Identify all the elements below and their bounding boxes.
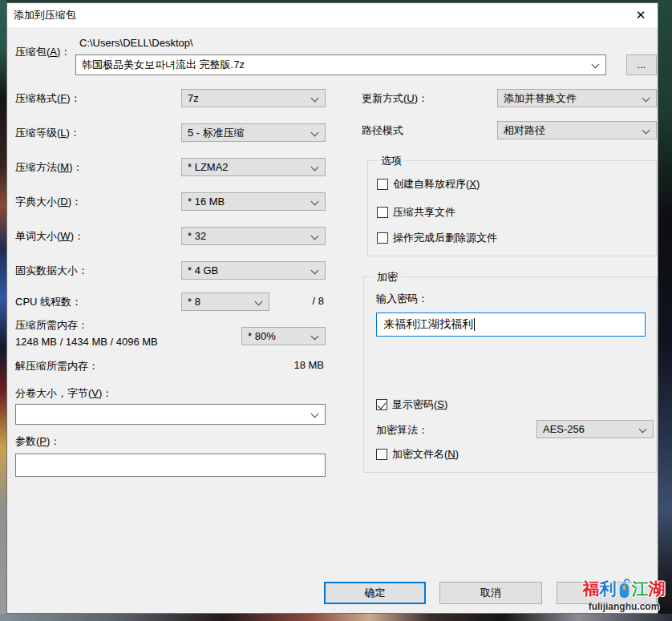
- chevron-down-icon[interactable]: [592, 61, 600, 69]
- browse-button[interactable]: ...: [626, 54, 657, 75]
- archive-path: C:\Users\DELL\Desktop\: [79, 37, 193, 49]
- chevron-down-icon[interactable]: [311, 333, 319, 341]
- logo-char: 利: [600, 579, 617, 599]
- chevron-down-icon[interactable]: [311, 410, 319, 418]
- chevron-down-icon[interactable]: [642, 127, 650, 135]
- archive-label: 压缩包(A)：: [15, 45, 71, 59]
- solid-block-combobox[interactable]: * 4 GB: [181, 261, 326, 280]
- chevron-down-icon[interactable]: [311, 129, 319, 137]
- chevron-down-icon[interactable]: [311, 267, 319, 275]
- path-mode-combobox[interactable]: 相对路径: [497, 121, 657, 139]
- format-label: 压缩格式(F)：: [15, 91, 81, 106]
- create-sfx-checkbox[interactable]: 创建自释放程序(X): [377, 177, 480, 190]
- path-mode-label: 路径模式: [362, 123, 403, 138]
- cpu-threads-combobox[interactable]: * 8: [181, 292, 269, 311]
- level-value: 5 - 标准压缩: [188, 127, 245, 139]
- cancel-button[interactable]: 取消: [439, 582, 542, 604]
- compress-shared-label: 压缩共享文件: [393, 206, 455, 218]
- parameters-input[interactable]: [15, 454, 326, 477]
- volume-size-combobox[interactable]: [15, 404, 326, 425]
- encryption-group-title: 加密: [374, 270, 401, 284]
- encrypt-filenames-label: 加密文件名(N): [392, 448, 459, 460]
- archive-name-combobox[interactable]: 韩国极品美女보파녀流出 完整版.7z: [75, 54, 606, 75]
- chevron-down-icon[interactable]: [639, 425, 647, 433]
- memory-decompress-label: 解压缩所需内存：: [15, 359, 99, 373]
- checkbox-icon[interactable]: [377, 179, 388, 190]
- password-label: 输入密码：: [376, 292, 428, 306]
- solid-block-value: * 4 GB: [188, 264, 218, 276]
- memory-percent-value: * 80%: [248, 330, 276, 342]
- dialog-title: 添加到压缩包: [14, 3, 76, 27]
- options-group: 选项 创建自释放程序(X) 压缩共享文件 操作完成后删除源文件: [367, 160, 657, 256]
- archive-name-value: 韩国极品美女보파녀流出 完整版.7z: [82, 58, 245, 71]
- chevron-down-icon[interactable]: [311, 232, 319, 240]
- chevron-down-icon[interactable]: [642, 95, 650, 103]
- compress-shared-checkbox[interactable]: 压缩共享文件: [377, 205, 455, 218]
- format-value: 7z: [188, 92, 199, 104]
- encrypt-filenames-checkbox[interactable]: 加密文件名(N): [376, 447, 459, 460]
- volume-size-label: 分卷大小，字节(V)：: [15, 386, 112, 401]
- delete-after-checkbox[interactable]: 操作完成后删除源文件: [377, 231, 497, 244]
- password-value: 来福利江湖找福利: [383, 317, 473, 332]
- cpu-threads-value: * 8: [188, 296, 200, 308]
- encryption-method-label: 加密算法：: [376, 423, 428, 438]
- checkbox-icon[interactable]: [376, 449, 387, 460]
- checkbox-icon[interactable]: [376, 399, 387, 410]
- memory-compress-label: 压缩所需内存：: [15, 318, 88, 333]
- chevron-down-icon[interactable]: [311, 95, 319, 103]
- encryption-group: 加密 输入密码： 来福利江湖找福利 显示密码(S) 加密算法： AES-256 …: [363, 276, 657, 473]
- chevron-down-icon[interactable]: [255, 298, 263, 306]
- dictionary-value: * 16 MB: [188, 196, 225, 208]
- desktop-edge-left: [0, 0, 6, 621]
- logo-char: 湖: [649, 579, 666, 599]
- mouse-icon: [617, 578, 631, 600]
- method-combobox[interactable]: * LZMA2: [181, 158, 326, 176]
- method-value: * LZMA2: [188, 161, 229, 173]
- add-to-archive-dialog: 添加到压缩包 ✕ 压缩包(A)： C:\Users\DELL\Desktop\ …: [6, 2, 658, 614]
- method-label: 压缩方法(M)：: [15, 160, 83, 175]
- parameters-label: 参数(P)：: [15, 434, 60, 449]
- password-input[interactable]: 来福利江湖找福利: [376, 313, 646, 337]
- chevron-down-icon[interactable]: [311, 198, 319, 206]
- ok-button[interactable]: 确定: [324, 582, 426, 604]
- encryption-method-combobox[interactable]: AES-256: [536, 420, 654, 438]
- encryption-method-value: AES-256: [543, 423, 585, 435]
- desktop-edge-right: [658, 0, 672, 621]
- dictionary-combobox[interactable]: * 16 MB: [181, 192, 326, 211]
- create-sfx-label: 创建自释放程序(X): [393, 178, 480, 190]
- watermark-logo-row: 福 利 江 湖: [576, 577, 672, 601]
- memory-percent-combobox[interactable]: * 80%: [241, 327, 326, 345]
- delete-after-label: 操作完成后删除源文件: [393, 232, 497, 244]
- cpu-threads-label: CPU 线程数：: [15, 295, 82, 309]
- cpu-threads-max: / 8: [313, 295, 324, 307]
- word-size-value: * 32: [188, 230, 206, 242]
- text-caret: [474, 318, 475, 331]
- format-combobox[interactable]: 7z: [181, 89, 326, 107]
- watermark-logo: 福 利 江 湖 fulijianghu.com: [576, 577, 672, 612]
- update-mode-label: 更新方式(U)：: [362, 91, 428, 106]
- word-size-combobox[interactable]: * 32: [181, 227, 326, 245]
- watermark-domain: fulijianghu.com: [576, 601, 672, 612]
- memory-decompress-value: 18 MB: [293, 359, 324, 371]
- chevron-down-icon[interactable]: [311, 163, 319, 171]
- update-mode-combobox[interactable]: 添加并替换文件: [497, 89, 657, 107]
- word-size-label: 单词大小(W)：: [15, 229, 84, 244]
- titlebar: 添加到压缩包 ✕: [7, 3, 658, 27]
- show-password-checkbox[interactable]: 显示密码(S): [376, 397, 447, 410]
- logo-char: 福: [583, 579, 600, 599]
- checkbox-icon[interactable]: [377, 207, 388, 218]
- level-label: 压缩等级(L)：: [15, 126, 80, 140]
- options-group-title: 选项: [378, 154, 405, 168]
- show-password-label: 显示密码(S): [392, 398, 447, 410]
- update-mode-value: 添加并替换文件: [504, 92, 577, 104]
- desktop-edge-bottom: [0, 614, 672, 621]
- logo-char: 江: [632, 579, 649, 599]
- dictionary-label: 字典大小(D)：: [15, 195, 82, 209]
- level-combobox[interactable]: 5 - 标准压缩: [181, 123, 326, 142]
- solid-block-label: 固实数据大小：: [15, 264, 88, 278]
- path-mode-value: 相对路径: [504, 124, 545, 136]
- checkbox-icon[interactable]: [377, 232, 388, 244]
- close-icon[interactable]: ✕: [627, 3, 654, 27]
- memory-compress-value: 1248 MB / 1434 MB / 4096 MB: [15, 336, 158, 348]
